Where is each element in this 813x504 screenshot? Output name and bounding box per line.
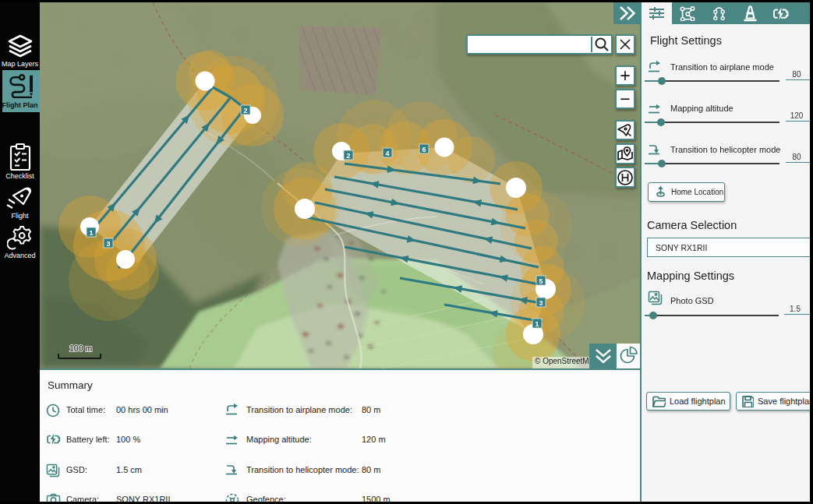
svg-text:1: 1	[89, 229, 93, 237]
svg-text:3: 3	[539, 299, 543, 307]
svg-text:1: 1	[535, 320, 539, 328]
svg-text:4: 4	[385, 150, 389, 157]
svg-text:2: 2	[346, 152, 350, 160]
svg-text:5: 5	[539, 277, 543, 285]
svg-text:100 m: 100 m	[69, 344, 92, 353]
svg-text:2: 2	[243, 107, 247, 115]
svg-text:6: 6	[422, 146, 426, 153]
svg-text:3: 3	[106, 240, 110, 248]
